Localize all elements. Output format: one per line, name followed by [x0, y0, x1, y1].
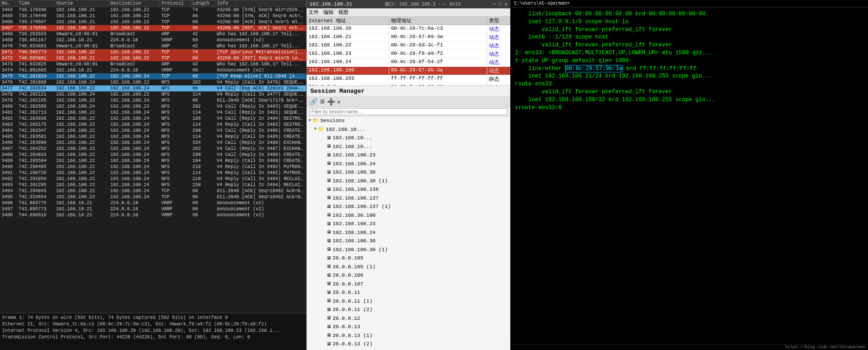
table-row[interactable]: 3473741.033825Vmware_c0:00:01BroadcastAR…	[0, 61, 306, 67]
table-row[interactable]: 3492742.291059192.168.100.22192.168.100.…	[0, 176, 306, 182]
menu-edit[interactable]: 编辑	[323, 9, 334, 16]
table-row[interactable]: 3468739.262033Vmware_c0:00:01BroadcastAR…	[0, 31, 306, 37]
session-tree-item[interactable]: 🖥192.168.30.100	[307, 211, 510, 220]
expand-icon: ▼	[314, 126, 316, 133]
table-row[interactable]: 3496742.893775192.168.10.21224.0.0.18VRR…	[0, 200, 306, 206]
session-tree-item[interactable]: 🖥20.0.0.13 (1)	[307, 331, 510, 340]
session-tree-item[interactable]: 🖥192.168.100.30 (1)	[307, 246, 510, 254]
table-row[interactable]: 3464739.170340192.168.100.21192.168.100.…	[0, 7, 306, 13]
table-row[interactable]: 3479742.282165192.168.100.22192.168.100.…	[0, 97, 306, 104]
session-tree-item[interactable]: 🖥192.168.100.23	[307, 220, 510, 228]
session-tree-item[interactable]: 🖥20.0.0.105	[307, 254, 510, 263]
session-tree-item[interactable]: 🖥192.168.190.137 (1)	[307, 202, 510, 211]
terminal-line: inet6 ::1/128 scope host	[515, 33, 863, 41]
arp-row[interactable]: 192.168.100.2000-0c-29-7c-6a-c3动态	[307, 25, 510, 33]
table-row[interactable]: 3483742.283175192.168.100.22192.168.100.…	[0, 122, 306, 128]
link-icon[interactable]: 🔗	[309, 98, 317, 106]
table-row[interactable]: 3477742.282034192.168.100.22192.168.100.…	[0, 85, 306, 91]
terminal-icon: 🖥	[327, 135, 331, 142]
session-tree-item[interactable]: 🖥20.0.0.11 (2)	[307, 305, 510, 314]
monitor-icon[interactable]: 🖥	[319, 98, 325, 105]
minimize-icon[interactable]: ─	[493, 1, 496, 7]
table-row[interactable]: 3494742.294045192.168.100.22192.168.100.…	[0, 188, 306, 194]
terminal-line: valid_lft forever preferred_lft forever	[515, 88, 863, 96]
session-tree-item[interactable]: 🖥192.168.190.137	[307, 194, 510, 203]
session-tree-item[interactable]: 🖥192.168.100.24	[307, 228, 510, 237]
session-label: 192.168.100.30	[333, 237, 375, 245]
menu-file[interactable]: 文件	[309, 9, 319, 16]
arp-row[interactable]: 192.168.100.2200-0c-29-6d-3c-f1动态	[307, 42, 510, 50]
table-row[interactable]: 3466739.170507192.168.100.21192.168.100.…	[0, 19, 306, 25]
table-row[interactable]: 3465739.170449192.168.100.21192.168.100.…	[0, 13, 306, 19]
table-row[interactable]: 3478742.282121192.168.100.24192.168.100.…	[0, 91, 306, 97]
table-row[interactable]: 3498744.896916192.168.10.21224.0.0.18VRR…	[0, 212, 306, 218]
table-row[interactable]: 3470740.033683Vmware_c0:00:01BroadcastAR…	[0, 43, 306, 49]
session-tree-item[interactable]: 🖥192.168.10...	[307, 143, 510, 151]
session-tree-item[interactable]: ▼📁192.168.10...	[307, 125, 510, 134]
arp-row[interactable]: 192.168.100.255ff-ff-ff-ff-ff-ff静态	[307, 75, 510, 84]
arp-row[interactable]: 192.168.100.2400-0c-29-6f-54-2f动态	[307, 58, 510, 67]
table-row[interactable]: 3469739.891167192.168.10.21224.0.0.18VRR…	[0, 37, 306, 43]
session-tree-item[interactable]: 🖥192.168.10...	[307, 134, 510, 143]
filter-row	[307, 107, 510, 117]
arp-row[interactable]: 192.168.100.2100-0c-29-57-89-3a动态	[307, 33, 510, 42]
table-row[interactable]: 3491742.290726192.168.100.22192.168.100.…	[0, 170, 306, 176]
table-row[interactable]: 3490742.290495192.168.100.22192.168.100.…	[0, 164, 306, 170]
table-row[interactable]: 3481742.282713192.168.100.22192.168.100.…	[0, 110, 306, 116]
session-tree-item[interactable]: 🖥20.0.0.13 (2)	[307, 340, 510, 349]
session-tree-item[interactable]: 🖥20.0.0.11	[307, 288, 510, 297]
cmd-prompt-label: C:\Users\XC-sperman>	[514, 1, 570, 6]
terminal-icon: 🖥	[327, 315, 331, 322]
session-tree-item[interactable]: 🖥192.168.100.30 (1)	[307, 177, 510, 186]
session-tree-item[interactable]: 🖥20.0.0.105 (1)	[307, 263, 510, 272]
terminal-icon: 🖥	[327, 212, 331, 219]
table-row[interactable]: 3495742.333664192.168.100.22192.168.100.…	[0, 194, 306, 200]
mac-highlight: 00:0c:29:57:9b:3a	[565, 65, 623, 72]
arp-row[interactable]: 192.168.100.2300-0c-29-f8-a9-f2动态	[307, 50, 510, 58]
session-tree-item[interactable]: 🖥20.0.0.107	[307, 280, 510, 289]
close-icon[interactable]: ✕	[504, 1, 508, 7]
table-row[interactable]: 3497743.895773192.168.10.21224.0.0.18VRR…	[0, 206, 306, 212]
session-tree-item[interactable]: 🖥20.0.0.13	[307, 323, 510, 331]
table-row[interactable]: 3486742.283996192.168.100.22192.168.100.…	[0, 140, 306, 146]
table-row[interactable]: 3485742.283581192.168.100.22192.168.100.…	[0, 134, 306, 140]
table-row[interactable]: 3482742.283036192.168.100.22192.168.100.…	[0, 116, 306, 122]
terminal-line: t state UP group default qlen 1000	[515, 57, 863, 65]
session-tree-item[interactable]: 🖥192.168.100.23	[307, 151, 510, 160]
session-tree-item[interactable]: 🖥20.0.0.11 (1)	[307, 297, 510, 306]
arp-type: 静态	[487, 75, 510, 83]
session-tree-item[interactable]: 🖥192.168.100.24	[307, 160, 510, 169]
remove-icon[interactable]: ✕	[337, 98, 341, 106]
col-proto: Protocol	[160, 0, 191, 7]
table-row[interactable]: 3488742.284833192.168.100.22192.168.100.…	[0, 152, 306, 158]
table-row[interactable]: 3480742.282588192.168.100.24192.168.100.…	[0, 104, 306, 110]
menu-view[interactable]: 视图	[338, 9, 348, 16]
table-row[interactable]: 3475742.281824192.168.100.22192.168.100.…	[0, 73, 306, 79]
terminal-icon: 🖥	[327, 169, 331, 176]
table-row[interactable]: 3487742.284252192.168.100.22192.168.100.…	[0, 146, 306, 152]
table-row[interactable]: 3471740.585773192.168.100.22192.168.100.…	[0, 49, 306, 55]
session-tree-item[interactable]: 🖥20.0.0.106	[307, 271, 510, 280]
table-row[interactable]: 3493742.291295192.168.100.22192.168.100.…	[0, 182, 306, 188]
session-label: 20.0.0.105 (1)	[333, 263, 375, 271]
table-row[interactable]: 3484742.283347192.168.100.22192.168.100.…	[0, 128, 306, 134]
arp-row[interactable]: 192.168.100.10000-0c-29-57-9b-3a动态	[307, 67, 510, 75]
session-tree-item[interactable]: ▼📁Sessions	[307, 117, 510, 125]
add-icon[interactable]: ➕	[327, 98, 335, 106]
table-row[interactable]: 3472740.585881192.168.100.21192.168.100.…	[0, 55, 306, 61]
maximize-icon[interactable]: □	[499, 1, 502, 7]
packet-table[interactable]: No. Time Source Destination Protocol Len…	[0, 0, 306, 313]
session-tree-item[interactable]: 🖥192.168.100.30	[307, 168, 510, 177]
session-tree-item[interactable]: 🖥192.168.190.136	[307, 185, 510, 194]
table-row[interactable]: 3467739.170556192.168.100.22192.168.100.…	[0, 25, 306, 31]
table-row[interactable]: 3476742.281898192.168.100.24192.168.100.…	[0, 79, 306, 85]
session-tree-item[interactable]: 🖥20.0.0.140	[307, 349, 510, 350]
session-filter-input[interactable]	[309, 108, 508, 115]
table-row[interactable]: 3489742.285584192.168.100.22192.168.100.…	[0, 158, 306, 164]
arp-type: 动态	[487, 33, 510, 41]
session-tree-item[interactable]: 🖥192.168.100.30	[307, 237, 510, 246]
table-row[interactable]: 3474741.891685192.168.10.21224.0.0.18VRR…	[0, 67, 306, 73]
terminal-icon: 🖥	[327, 186, 331, 193]
session-tree-item[interactable]: 🖥20.0.0.12	[307, 314, 510, 323]
session-label: 20.0.0.13	[333, 323, 360, 331]
